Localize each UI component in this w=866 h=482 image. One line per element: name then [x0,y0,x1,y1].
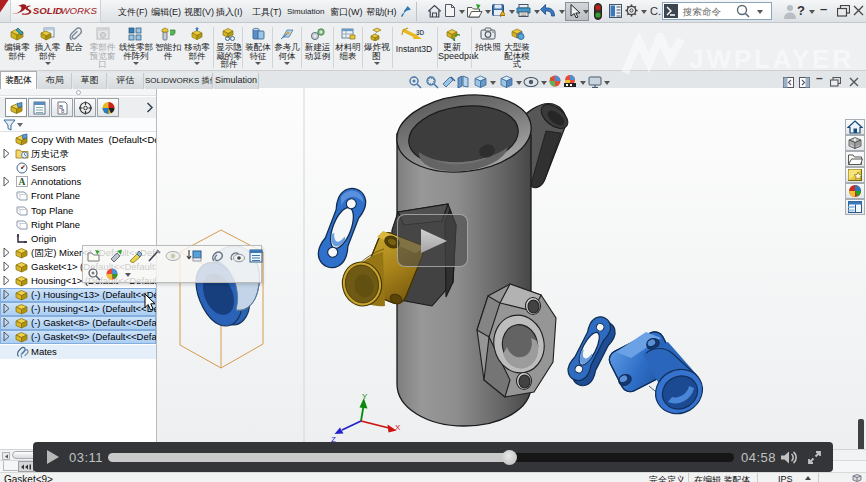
svg-text:3D: 3D [416,29,425,36]
svg-text:A: A [19,177,26,187]
svg-text:SOLID: SOLID [33,5,63,16]
svg-text:JWPLAYER: JWPLAYER [689,44,854,74]
svg-text:X: X [395,423,401,432]
svg-text:Y: Y [362,392,368,401]
svg-text:WORKS: WORKS [60,5,97,16]
